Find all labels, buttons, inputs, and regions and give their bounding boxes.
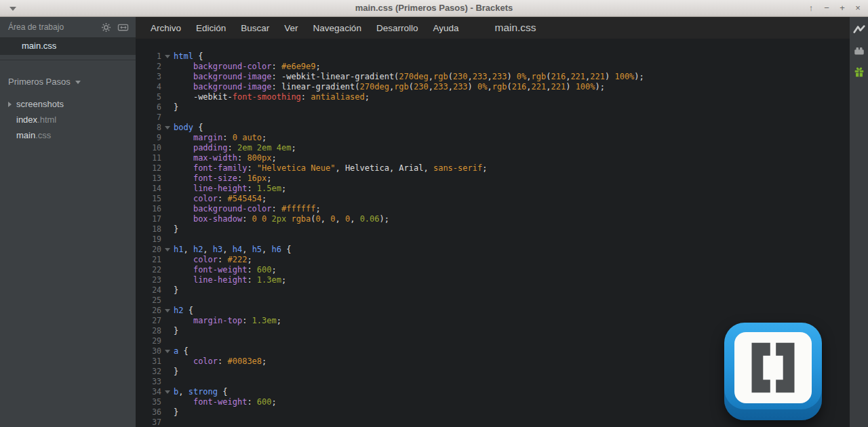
code-line[interactable]: 8body {	[136, 123, 850, 133]
code-text: background-image: -webkit-linear-gradien…	[174, 72, 644, 82]
code-line[interactable]: 14 line-height: 1.5em;	[136, 184, 850, 194]
fold-spacer	[161, 377, 174, 387]
fold-spacer	[161, 194, 174, 204]
fold-arrow-icon[interactable]	[161, 245, 174, 255]
maximize-button[interactable]: +	[837, 3, 847, 13]
tree-item-index-html[interactable]: index.html	[0, 112, 136, 127]
project-name: Primeros Pasos	[8, 77, 71, 87]
line-number: 1	[136, 52, 161, 62]
fold-spacer	[161, 82, 174, 92]
line-number: 35	[136, 397, 161, 407]
brackets-window: main.css (Primeros Pasos) - Brackets ↑ −…	[0, 0, 868, 427]
line-number: 4	[136, 82, 161, 92]
code-line[interactable]: 26h2 {	[136, 306, 850, 316]
fold-spacer	[161, 407, 174, 418]
code-line[interactable]: 2 background-color: #e6e9e9;	[136, 62, 850, 72]
line-number: 6	[136, 102, 161, 113]
fold-spacer	[161, 285, 174, 296]
code-line[interactable]: 24}	[136, 285, 850, 296]
fold-arrow-icon[interactable]	[161, 346, 174, 357]
extension-brick-icon[interactable]	[853, 45, 865, 57]
code-line[interactable]: 19	[136, 235, 850, 245]
line-number: 36	[136, 407, 161, 418]
menu-item-4[interactable]: Ver	[277, 23, 305, 33]
live-preview-icon[interactable]	[853, 24, 865, 36]
code-line[interactable]: 16 background-color: #ffffff;	[136, 204, 850, 214]
window-controls: ↑ − + ×	[806, 0, 863, 16]
code-line[interactable]: 12 font-family: "Helvetica Neue", Helvet…	[136, 163, 850, 174]
window-title: main.css (Primeros Pasos) - Brackets	[0, 0, 868, 16]
menu-item-7[interactable]: Ayuda	[425, 23, 466, 33]
shade-button[interactable]: ↑	[806, 3, 816, 13]
fold-arrow-icon[interactable]	[161, 52, 174, 62]
code-line[interactable]: 4 background-image: linear-gradient(270d…	[136, 82, 850, 92]
code-line[interactable]: 1html {	[136, 52, 850, 62]
project-dropdown[interactable]: Primeros Pasos	[0, 77, 136, 87]
line-number: 26	[136, 306, 161, 316]
menu-item-1[interactable]: Archivo	[143, 23, 189, 33]
code-text: -webkit-font-smoothing: antialiased;	[174, 92, 370, 102]
chevron-right-icon[interactable]	[8, 102, 12, 107]
tree-item-main-css[interactable]: main.css	[0, 127, 136, 143]
code-line[interactable]: 23 line-height: 1.3em;	[136, 275, 850, 285]
fold-spacer	[161, 357, 174, 367]
fold-spacer	[161, 113, 174, 123]
code-text: h2 {	[174, 306, 193, 316]
close-button[interactable]: ×	[853, 3, 863, 13]
code-line[interactable]: 17 box-shadow: 0 0 2px rgba(0, 0, 0, 0.0…	[136, 214, 850, 224]
code-line[interactable]: 22 font-weight: 600;	[136, 265, 850, 275]
code-line[interactable]: 11 max-width: 800px;	[136, 153, 850, 163]
code-line[interactable]: 21 color: #222;	[136, 255, 850, 265]
fold-spacer	[161, 102, 174, 113]
menu-item-3[interactable]: Buscar	[233, 23, 277, 33]
menu-item-5[interactable]: Navegación	[306, 23, 369, 33]
code-line[interactable]: 3 background-image: -webkit-linear-gradi…	[136, 72, 850, 82]
code-line[interactable]: 5 -webkit-font-smoothing: antialiased;	[136, 92, 850, 102]
gear-icon[interactable]	[101, 22, 111, 33]
line-number: 37	[136, 418, 161, 427]
fold-arrow-icon[interactable]	[161, 123, 174, 133]
code-line[interactable]: 18}	[136, 224, 850, 235]
menu-item-2[interactable]: Edición	[189, 23, 233, 33]
sidebar-divider	[0, 60, 136, 60]
code-line[interactable]: 20h1, h2, h3, h4, h5, h6 {	[136, 245, 850, 255]
tree-item-screenshots[interactable]: screenshots	[0, 96, 136, 112]
code-line[interactable]: 6}	[136, 102, 850, 113]
line-number: 32	[136, 367, 161, 377]
menu-item-6[interactable]: Desarrollo	[369, 23, 426, 33]
code-text: font-weight: 600;	[174, 265, 277, 275]
code-text: font-weight: 600;	[174, 397, 277, 407]
code-text: }	[174, 367, 178, 377]
fold-arrow-icon[interactable]	[161, 387, 174, 397]
gift-extension-icon[interactable]	[853, 66, 865, 78]
fold-spacer	[161, 184, 174, 194]
code-text: }	[174, 285, 178, 296]
line-number: 22	[136, 265, 161, 275]
minimize-button[interactable]: −	[822, 3, 831, 13]
code-text: margin: 0 auto;	[174, 133, 267, 143]
code-text: }	[174, 407, 178, 418]
menubar: ArchivoEdiciónBuscarVerNavegaciónDesarro…	[136, 17, 850, 39]
code-line[interactable]: 9 margin: 0 auto;	[136, 133, 850, 143]
code-text: max-width: 800px;	[174, 153, 277, 163]
fold-spacer	[161, 153, 174, 163]
fold-spacer	[161, 72, 174, 82]
code-text: color: #222;	[174, 255, 252, 265]
line-number: 31	[136, 357, 161, 367]
line-number: 3	[136, 72, 161, 82]
split-view-icon[interactable]	[117, 22, 129, 33]
code-line[interactable]: 25	[136, 296, 850, 306]
code-line[interactable]: 15 color: #545454;	[136, 194, 850, 204]
line-number: 19	[136, 235, 161, 245]
fold-arrow-icon[interactable]	[161, 306, 174, 316]
fold-spacer	[161, 367, 174, 377]
line-number: 8	[136, 123, 161, 133]
code-text: }	[174, 102, 178, 113]
line-number: 29	[136, 336, 161, 346]
code-line[interactable]: 7	[136, 113, 850, 123]
line-number: 16	[136, 204, 161, 214]
document-title: main.css	[494, 22, 536, 34]
code-line[interactable]: 13 font-size: 16px;	[136, 174, 850, 184]
code-line[interactable]: 10 padding: 2em 2em 4em;	[136, 143, 850, 153]
working-file-main-css[interactable]: main.css	[0, 37, 136, 55]
